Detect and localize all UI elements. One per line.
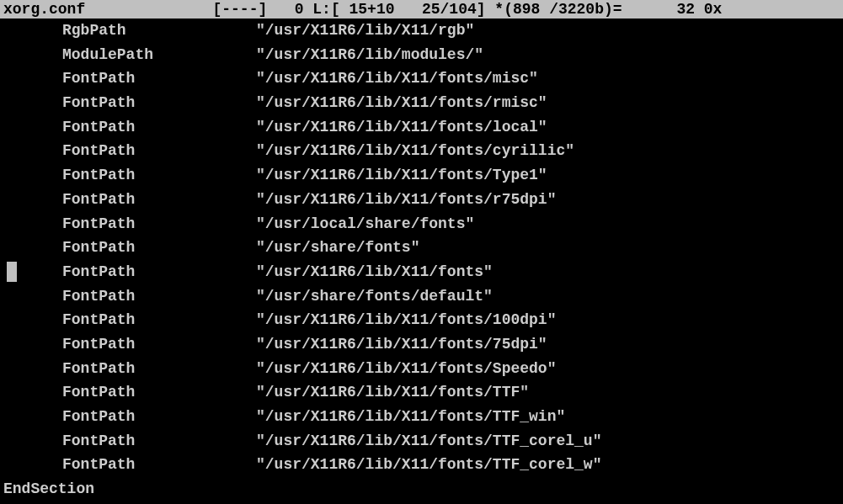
config-value: "/usr/X11R6/lib/X11/rgb" [256,22,474,39]
config-value: "/usr/X11R6/lib/X11/fonts/r75dpi" [256,191,556,208]
config-value: "/usr/X11R6/lib/X11/fonts/75dpi" [256,336,547,353]
config-value: "/usr/X11R6/lib/X11/fonts/Type1" [256,167,547,183]
config-key: FontPath [62,380,256,405]
editor-line[interactable]: FontPath"/usr/X11R6/lib/X11/fonts" [3,260,840,284]
editor-line[interactable]: FontPath"/usr/X11R6/lib/X11/fonts/TTF" [3,380,840,405]
editor-line[interactable]: ModulePath"/usr/X11R6/lib/modules/" [3,43,840,67]
config-key: FontPath [62,357,256,381]
config-value: "/usr/share/fonts/default" [256,288,493,305]
config-key: RgbPath [62,19,256,43]
config-value: "/usr/X11R6/lib/X11/fonts/TTF_corel_w" [256,456,601,473]
editor-line[interactable]: FontPath"/usr/X11R6/lib/X11/fonts/misc" [3,66,840,91]
editor-line[interactable]: FontPath"/usr/X11R6/lib/X11/fonts/100dpi… [3,308,840,332]
config-value: "/usr/share/fonts" [256,239,419,256]
config-key: FontPath [62,260,256,284]
config-value: "/usr/X11R6/lib/X11/fonts/TTF" [256,384,529,401]
status-flags: [----] [212,1,267,18]
status-line-info: L:[ 15+10 25/104] [312,1,485,18]
config-key: FontPath [62,139,256,163]
config-value: "/usr/X11R6/lib/X11/fonts/Speedo" [256,360,556,377]
config-key: FontPath [62,284,256,309]
config-key: ModulePath [62,43,256,67]
editor-line[interactable]: FontPath"/usr/local/share/fonts" [3,212,840,236]
config-value: "/usr/X11R6/lib/X11/fonts/rmisc" [256,94,547,111]
config-value: "/usr/X11R6/lib/X11/fonts/misc" [256,70,538,87]
config-value: "/usr/X11R6/lib/X11/fonts/TTF_win" [256,408,565,425]
status-tail: 32 0x [676,1,722,18]
config-value: "/usr/X11R6/lib/X11/fonts/cyrillic" [256,142,574,159]
config-key: FontPath [62,91,256,115]
editor-line[interactable]: FontPath"/usr/X11R6/lib/X11/fonts/TTF_wi… [3,405,840,429]
config-value: "/usr/X11R6/lib/X11/fonts/TTF_corel_u" [256,432,601,449]
config-key: FontPath [62,308,256,332]
config-key: FontPath [62,66,256,91]
config-key: FontPath [62,188,256,212]
editor-line[interactable]: FontPath"/usr/X11R6/lib/X11/fonts/Type1" [3,163,840,188]
config-key: FontPath [62,332,256,357]
config-key: FontPath [62,429,256,454]
editor-line[interactable]: FontPath"/usr/X11R6/lib/X11/fonts/TTF_co… [3,429,840,454]
config-key: FontPath [62,163,256,188]
editor-line[interactable]: FontPath"/usr/share/fonts/default" [3,284,840,309]
config-key: FontPath [62,115,256,140]
end-section-line: EndSection [3,477,840,501]
editor-line[interactable]: FontPath"/usr/X11R6/lib/X11/fonts/cyrill… [3,139,840,163]
config-key: FontPath [62,236,256,260]
editor-area[interactable]: RgbPath"/usr/X11R6/lib/X11/rgb"ModulePat… [0,19,843,501]
status-misc: *(898 /3220b)= [494,1,622,18]
editor-line[interactable]: FontPath"/usr/X11R6/lib/X11/fonts/r75dpi… [3,188,840,212]
config-value: "/usr/X11R6/lib/X11/fonts/100dpi" [256,311,556,328]
config-key: FontPath [62,212,256,236]
status-filename: xorg.conf [3,1,85,18]
editor-line[interactable]: FontPath"/usr/X11R6/lib/X11/fonts/75dpi" [3,332,840,357]
config-value: "/usr/local/share/fonts" [256,215,474,232]
cursor-icon [7,262,17,282]
config-value: "/usr/X11R6/lib/X11/fonts" [256,263,493,280]
config-key: FontPath [62,453,256,477]
editor-line[interactable]: FontPath"/usr/X11R6/lib/X11/fonts/Speedo… [3,357,840,381]
editor-line[interactable]: FontPath"/usr/X11R6/lib/X11/fonts/TTF_co… [3,453,840,477]
config-key: FontPath [62,405,256,429]
editor-line[interactable]: RgbPath"/usr/X11R6/lib/X11/rgb" [3,19,840,43]
status-col: 0 [295,1,304,18]
editor-line[interactable]: FontPath"/usr/share/fonts" [3,236,840,260]
config-value: "/usr/X11R6/lib/modules/" [256,46,483,63]
status-bar: xorg.conf [----] 0 L:[ 15+10 25/104] *(8… [0,0,843,19]
editor-line[interactable]: FontPath"/usr/X11R6/lib/X11/fonts/local" [3,115,840,140]
editor-line[interactable]: FontPath"/usr/X11R6/lib/X11/fonts/rmisc" [3,91,840,115]
config-value: "/usr/X11R6/lib/X11/fonts/local" [256,119,547,135]
